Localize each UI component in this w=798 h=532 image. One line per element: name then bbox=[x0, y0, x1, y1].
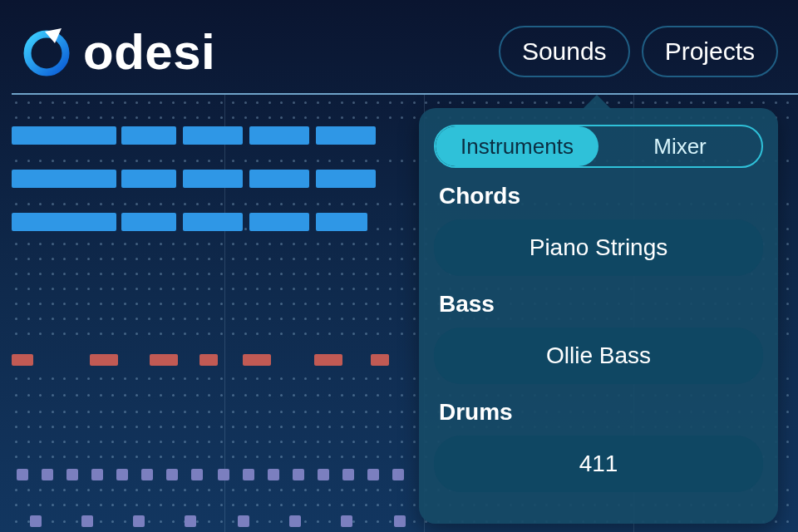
sounds-button[interactable]: Sounds bbox=[499, 26, 630, 77]
purple-note[interactable] bbox=[133, 515, 145, 527]
header-nav: Sounds Projects bbox=[499, 26, 778, 77]
purple-note[interactable] bbox=[289, 515, 301, 527]
purple-note[interactable] bbox=[367, 469, 379, 480]
purple-note[interactable] bbox=[341, 515, 352, 527]
blue-note[interactable] bbox=[249, 126, 309, 145]
purple-note[interactable] bbox=[191, 469, 203, 480]
purple-note[interactable] bbox=[238, 515, 249, 527]
blue-note[interactable] bbox=[12, 126, 116, 145]
blue-note[interactable] bbox=[183, 126, 243, 145]
red-note[interactable] bbox=[371, 354, 389, 366]
blue-note[interactable] bbox=[12, 170, 116, 188]
blue-note[interactable] bbox=[249, 170, 309, 188]
purple-note[interactable] bbox=[394, 515, 406, 527]
logo-icon bbox=[20, 25, 73, 78]
purple-note[interactable] bbox=[268, 469, 279, 480]
blue-note[interactable] bbox=[12, 213, 116, 231]
red-note[interactable] bbox=[150, 354, 178, 366]
blue-note[interactable] bbox=[121, 170, 176, 188]
header: odesi Sounds Projects bbox=[0, 0, 798, 93]
blue-note[interactable] bbox=[249, 213, 309, 231]
purple-note[interactable] bbox=[116, 469, 128, 480]
section-label-chords: Chords bbox=[439, 183, 763, 209]
projects-button[interactable]: Projects bbox=[642, 26, 778, 77]
tab-mixer[interactable]: Mixer bbox=[598, 126, 761, 166]
blue-note[interactable] bbox=[183, 170, 243, 188]
purple-note[interactable] bbox=[30, 515, 42, 527]
red-note[interactable] bbox=[314, 354, 342, 366]
blue-note[interactable] bbox=[183, 213, 243, 231]
logo: odesi bbox=[20, 23, 215, 81]
drums-preset[interactable]: 411 bbox=[434, 436, 763, 492]
purple-note[interactable] bbox=[318, 469, 329, 480]
blue-note[interactable] bbox=[316, 126, 376, 145]
blue-note[interactable] bbox=[121, 126, 176, 145]
red-note[interactable] bbox=[200, 354, 218, 366]
blue-note[interactable] bbox=[121, 213, 176, 231]
svg-point-0 bbox=[27, 34, 66, 72]
purple-note[interactable] bbox=[66, 469, 78, 480]
bass-preset[interactable]: Ollie Bass bbox=[434, 328, 763, 384]
blue-note[interactable] bbox=[316, 170, 376, 188]
purple-note[interactable] bbox=[42, 469, 53, 480]
red-note[interactable] bbox=[243, 354, 271, 366]
purple-note[interactable] bbox=[218, 469, 229, 480]
red-note[interactable] bbox=[12, 354, 33, 366]
purple-note[interactable] bbox=[243, 469, 254, 480]
purple-note[interactable] bbox=[141, 469, 153, 480]
purple-note[interactable] bbox=[392, 469, 404, 480]
sounds-panel: Instruments Mixer Chords Piano Strings B… bbox=[419, 108, 778, 524]
purple-note[interactable] bbox=[81, 515, 93, 527]
red-note[interactable] bbox=[90, 354, 118, 366]
logo-text: odesi bbox=[83, 23, 215, 81]
section-label-drums: Drums bbox=[439, 399, 763, 426]
purple-note[interactable] bbox=[293, 469, 304, 480]
purple-note[interactable] bbox=[185, 515, 196, 527]
section-label-bass: Bass bbox=[439, 291, 763, 318]
purple-note[interactable] bbox=[17, 469, 28, 480]
purple-note[interactable] bbox=[342, 469, 354, 480]
purple-note[interactable] bbox=[91, 469, 103, 480]
purple-note[interactable] bbox=[166, 469, 178, 480]
chords-preset[interactable]: Piano Strings bbox=[434, 219, 763, 276]
blue-note[interactable] bbox=[316, 213, 367, 231]
tab-instruments[interactable]: Instruments bbox=[436, 126, 598, 166]
panel-tabs: Instruments Mixer bbox=[434, 125, 763, 168]
